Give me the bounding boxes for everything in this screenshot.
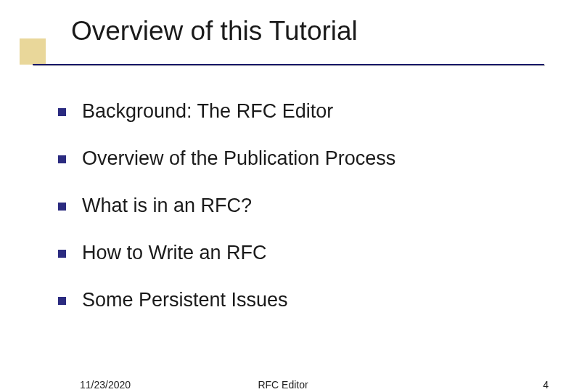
slide: Overview of this Tutorial Background: Th… bbox=[0, 0, 566, 392]
footer-page-number: 4 bbox=[543, 379, 549, 391]
list-item: Some Persistent Issues bbox=[58, 289, 566, 311]
list-item: What is in an RFC? bbox=[58, 195, 566, 217]
bullet-list: Background: The RFC Editor Overview of t… bbox=[0, 71, 566, 311]
slide-title: Overview of this Tutorial bbox=[71, 16, 566, 46]
list-item: Overview of the Publication Process bbox=[58, 147, 566, 170]
list-item-text: Some Persistent Issues bbox=[82, 289, 288, 311]
square-bullet-icon bbox=[58, 108, 66, 116]
square-bullet-icon bbox=[58, 250, 66, 258]
title-underline bbox=[33, 64, 544, 65]
footer-center-text: RFC Editor bbox=[0, 379, 566, 391]
square-bullet-icon bbox=[58, 297, 66, 305]
list-item-text: Overview of the Publication Process bbox=[82, 147, 395, 170]
list-item: How to Write an RFC bbox=[58, 242, 566, 264]
title-accent-box bbox=[20, 38, 46, 65]
title-area: Overview of this Tutorial bbox=[0, 0, 566, 71]
square-bullet-icon bbox=[58, 203, 66, 211]
list-item-text: What is in an RFC? bbox=[82, 195, 252, 217]
square-bullet-icon bbox=[58, 155, 66, 163]
list-item-text: How to Write an RFC bbox=[82, 242, 267, 264]
list-item: Background: The RFC Editor bbox=[58, 100, 566, 123]
list-item-text: Background: The RFC Editor bbox=[82, 100, 333, 123]
